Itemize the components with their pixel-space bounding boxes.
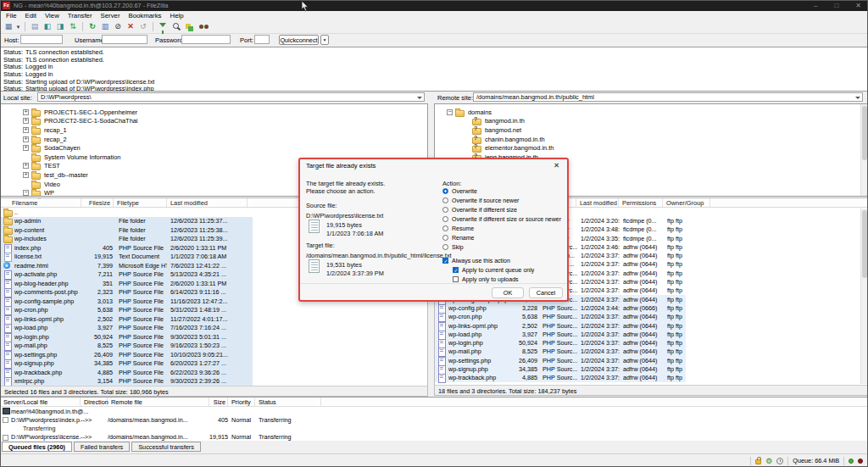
column-header-size[interactable]: Size (209, 398, 228, 406)
file-row[interactable]: wp-settings.php 26,409 PHP Sourc... 1/2/… (435, 356, 686, 364)
close-button[interactable]: ✕ (855, 1, 861, 10)
expander-icon[interactable] (23, 118, 29, 124)
file-row[interactable]: wp-blog-header.php 351 PHP Source File 2… (1, 279, 253, 288)
file-row[interactable]: wp-content File folder 12/6/2023 11:25:3… (1, 225, 253, 235)
queue-row[interactable]: D:\WP\wordpress\index.p... -->> /domains… (0, 415, 868, 424)
column-header-status[interactable]: Status (255, 398, 321, 406)
remote-site-combo[interactable]: /domains/mean.bangmod.in.th/public_html (473, 92, 863, 102)
file-row[interactable]: wp-comments-post.php 2,323 PHP Source Fi… (1, 288, 253, 297)
expander-icon[interactable] (23, 190, 29, 196)
queue-tab[interactable]: Successful transfers (131, 442, 201, 452)
tree-item[interactable]: bangmod.net (435, 125, 867, 135)
column-header-modified[interactable]: Last modified (167, 198, 248, 207)
queue-toggle-icon[interactable]: ⇅ (67, 21, 79, 32)
column-header-owner[interactable]: Owner/Group (663, 198, 710, 207)
quickconnect-dropdown-icon[interactable]: ▼ (320, 35, 329, 45)
tree-item[interactable]: domains (435, 108, 867, 117)
file-row[interactable]: wp-login.php 50,924 PHP Sourc... 1/2/202… (435, 338, 686, 347)
file-row[interactable]: wp-config.php 3,228 PHP Sourc... 1/2/202… (435, 303, 686, 312)
host-input[interactable] (20, 35, 63, 44)
cancel-button[interactable]: Cancel (529, 287, 563, 298)
tree-item[interactable]: SodaChayen (1, 143, 427, 153)
file-row[interactable]: wp-mail.php 8,525 PHP Source File 9/16/2… (1, 342, 253, 351)
expander-icon[interactable] (23, 145, 29, 151)
quickconnect-button[interactable]: Quickconnect (279, 35, 319, 45)
file-row[interactable]: readme.html 7,399 Microsoft Edge HT... 7… (1, 261, 253, 270)
find-files-icon[interactable] (195, 21, 207, 32)
disconnect-icon[interactable]: ✕ (125, 21, 136, 32)
column-header-local-file[interactable]: Server/Local file (0, 398, 81, 406)
sync-browsing-icon[interactable] (182, 21, 194, 32)
file-row[interactable]: wp-trackback.php 4,885 PHP Source File 6… (1, 368, 253, 377)
expander-icon[interactable] (23, 172, 29, 178)
queue-row[interactable]: mean%40bangmod.in.th@... (0, 407, 868, 415)
file-row[interactable]: index.php 405 PHP Source File 2/6/2020 1… (1, 243, 253, 253)
tree-item[interactable]: recap_2 (1, 135, 427, 144)
process-queue-icon[interactable]: ▥ (99, 21, 111, 32)
file-row[interactable]: wp-load.php 3,927 PHP Sourc... 1/2/2024 … (435, 330, 686, 338)
message-log-toggle-icon[interactable]: ▤ (29, 21, 41, 32)
remote-list-scrollbar[interactable] (860, 208, 867, 384)
expander-icon[interactable] (23, 109, 29, 115)
minimize-button[interactable]: – (814, 1, 817, 10)
tree-item[interactable]: bangmod.in.th (435, 117, 867, 126)
queue-tab[interactable]: Queued files (2960) (2, 442, 72, 452)
dialog-checkbox-option[interactable]: Always use this action (442, 256, 534, 265)
tree-item[interactable]: elementor.bangmod.in.th (435, 143, 867, 153)
file-row[interactable]: wp-admin File folder 12/6/2023 11:25:37.… (1, 217, 253, 226)
tree-item[interactable]: chanin.bangmod.in.th (435, 135, 867, 144)
column-header-filetype[interactable]: Filetype (114, 198, 167, 207)
tree-item[interactable]: PROJECT2-SEC-1-SodaChaThai (1, 117, 427, 126)
file-row[interactable]: wp-includes File folder 12/6/2023 11:25:… (1, 235, 253, 244)
expander-icon[interactable] (447, 109, 453, 115)
menu-item[interactable]: View (41, 12, 64, 19)
queue-row[interactable]: D:\WP\wordpress\license.t... -->> /domai… (0, 433, 868, 442)
file-row[interactable]: wp-config-sample.php 3,013 PHP Source Fi… (1, 297, 253, 306)
file-row[interactable]: wp-login.php 50,924 PHP Source File 9/30… (1, 332, 253, 342)
remote-tree-toggle-icon[interactable]: ◨ (54, 21, 66, 32)
tree-item[interactable]: recap_1 (1, 125, 427, 135)
file-row[interactable]: wp-cron.php 5,638 PHP Sourc... 1/2/2024 … (435, 313, 686, 321)
menu-item[interactable]: Bookmarks (125, 12, 166, 19)
column-header-filename[interactable]: Filename^ (1, 198, 81, 207)
remote-tree-scrollbar[interactable] (860, 104, 867, 196)
ok-button[interactable]: OK (492, 287, 524, 298)
column-header-priority[interactable]: Priority (228, 398, 255, 406)
local-tree-toggle-icon[interactable]: ◧ (42, 21, 53, 32)
menu-item[interactable]: Edit (21, 12, 41, 19)
file-row[interactable]: wp-trackback.php 4,885 PHP Sourc... 1/2/… (435, 374, 686, 382)
username-input[interactable] (102, 35, 147, 44)
cancel-operation-icon[interactable]: ⊘ (112, 21, 124, 32)
file-row[interactable]: wp-signup.php 34,385 PHP Sourc... 1/2/20… (435, 364, 686, 373)
port-input[interactable] (254, 35, 270, 44)
dialog-checkbox-option[interactable]: Apply to current queue only (442, 265, 534, 275)
refresh-icon[interactable]: ↻ (86, 21, 98, 32)
column-header-direction[interactable]: Direction (81, 398, 108, 406)
menu-item[interactable]: Server (97, 12, 125, 19)
file-row[interactable]: xmlrpc.php 3,154 PHP Source File 9/30/20… (1, 377, 253, 386)
file-row[interactable]: wp-mail.php 8,525 PHP Sourc... 1/2/2024 … (435, 347, 686, 356)
action-radio-option[interactable]: Overwrite if source newer (442, 196, 561, 205)
file-row[interactable]: license.txt 19,915 Text Document 1/1/202… (1, 253, 253, 262)
action-radio-option[interactable]: Overwrite (442, 186, 561, 196)
action-radio-option[interactable]: Rename (442, 233, 561, 242)
column-header-filesize[interactable]: Filesize (81, 198, 114, 207)
column-header-remote-file[interactable]: Remote file (108, 398, 209, 406)
file-row[interactable]: wp-load.php 3,927 PHP Source File 7/16/2… (1, 324, 253, 333)
local-site-combo[interactable]: D:\WP\wordpress\ (37, 92, 425, 102)
action-radio-option[interactable]: Overwrite if different size (442, 205, 561, 214)
directory-comparison-icon[interactable] (170, 21, 181, 32)
menu-item[interactable]: Transfer (64, 12, 97, 19)
file-row[interactable]: wp-activate.php 7,211 PHP Source File 5/… (1, 270, 253, 280)
tree-item[interactable]: PROJECT1-SEC-1-Oppenheimer (1, 108, 427, 117)
menu-item[interactable]: File (2, 12, 21, 19)
maximize-button[interactable]: □ (834, 1, 838, 10)
reconnect-icon[interactable]: ↺ (137, 21, 149, 32)
column-header-modified[interactable]: Last modified (576, 198, 619, 207)
queue-tab[interactable]: Failed transfers (74, 442, 130, 452)
site-manager-dropdown-icon[interactable]: ▼ (15, 21, 21, 32)
column-header-permissions[interactable]: Permissions (619, 198, 663, 207)
action-radio-option[interactable]: Skip (442, 242, 561, 252)
expander-icon[interactable] (23, 127, 29, 133)
file-row[interactable]: wp-cron.php 5,638 PHP Source File 5/31/2… (1, 306, 253, 315)
